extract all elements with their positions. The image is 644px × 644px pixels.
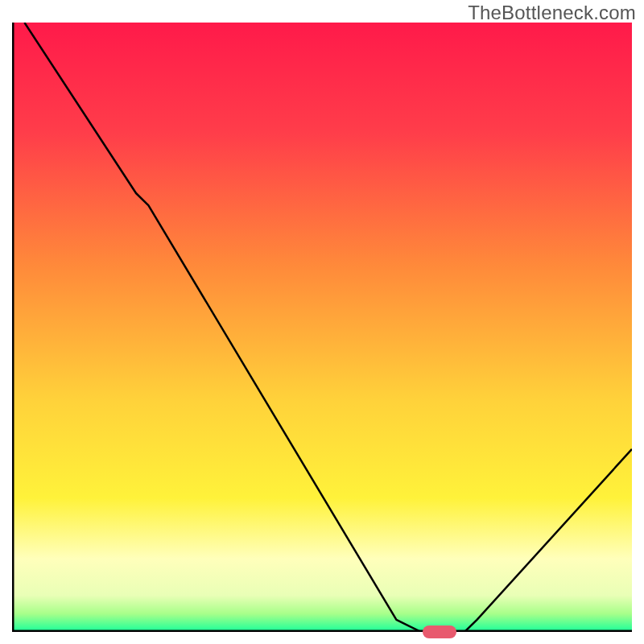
plot-area	[12, 23, 632, 632]
axes-layer	[12, 23, 632, 632]
watermark-text: TheBottleneck.com	[468, 2, 636, 24]
optimal-marker	[423, 625, 456, 638]
chart-root: TheBottleneck.com	[0, 0, 644, 644]
